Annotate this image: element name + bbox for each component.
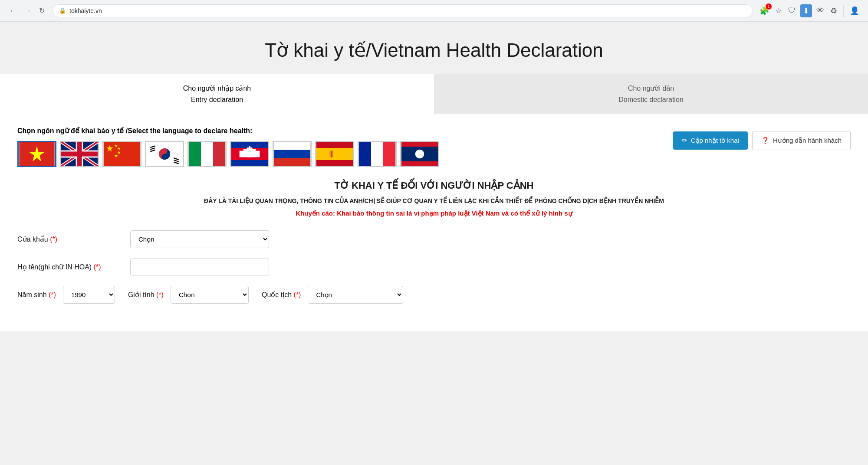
gender-input-wrap: Chọn — [171, 286, 249, 304]
birth-year-select[interactable]: 1990 — [63, 286, 115, 304]
nationality-input-wrap: Chọn — [308, 286, 403, 304]
svg-point-19 — [161, 148, 167, 154]
tab-entry-line2: Entry declaration — [4, 94, 430, 105]
full-name-label: Họ tên(ghi chữ IN HOA) (*) — [17, 263, 122, 271]
form-title: TỜ KHAI Y TẾ ĐỐI VỚI NGƯỜI NHẬP CẢNH — [17, 180, 851, 191]
lang-label: Chọn ngôn ngữ để khai báo y tế /Select t… — [17, 127, 439, 135]
flag-ru[interactable] — [273, 141, 312, 167]
form-header: TỜ KHAI Y TẾ ĐỐI VỚI NGƯỜI NHẬP CẢNH ĐÂY… — [17, 180, 851, 217]
flag-vn[interactable] — [17, 141, 56, 167]
extensions-icon[interactable]: 🧩 1 — [758, 4, 771, 17]
flag-fr[interactable] — [358, 141, 397, 167]
flag-it[interactable] — [187, 141, 227, 167]
border-gate-required: (*) — [50, 236, 57, 243]
svg-rect-36 — [256, 151, 260, 157]
download-icon[interactable]: ⬇ — [800, 4, 812, 17]
recycle-icon[interactable]: ♻ — [829, 4, 839, 17]
url-text: tokhaiyte.vn — [69, 7, 102, 14]
tab-domestic-line1: Cho người dân — [438, 83, 864, 94]
border-gate-input-wrap: Chọn — [130, 230, 269, 248]
svg-rect-37 — [274, 142, 310, 150]
lock-icon: 🔒 — [59, 7, 66, 14]
nationality-required: (*) — [294, 291, 301, 298]
browser-chrome: ← → ↻ 🔒 tokhaiyte.vn 🧩 1 ☆ 🛡 ⬇ 👁 ♻ 👤 — [0, 0, 868, 22]
eye-icon[interactable]: 👁 — [815, 4, 826, 17]
svg-rect-43 — [329, 151, 331, 157]
guide-label: Hướng dẫn hành khách — [773, 137, 842, 144]
svg-rect-29 — [213, 142, 225, 166]
field-row-border-gate: Cửa khẩu (*) Chọn — [17, 230, 851, 248]
form-fields: Cửa khẩu (*) Chọn Họ tên(ghi chữ IN HOA)… — [17, 230, 851, 304]
svg-rect-10 — [61, 152, 98, 157]
update-icon: ✏ — [682, 137, 687, 144]
svg-rect-34 — [249, 146, 250, 157]
action-buttons: ✏ Cập nhật tờ khai ❓ Hướng dẫn hành khác… — [673, 127, 851, 150]
svg-rect-45 — [371, 142, 383, 166]
gender-required: (*) — [156, 291, 164, 298]
birth-year-label: Năm sinh (*) — [17, 291, 56, 299]
svg-rect-39 — [274, 158, 310, 167]
tab-domestic[interactable]: Cho người dân Domestic declaration — [434, 74, 868, 114]
border-gate-label: Cửa khẩu (*) — [17, 235, 122, 243]
svg-point-20 — [161, 154, 167, 160]
flag-uk[interactable] — [60, 141, 99, 167]
border-gate-select[interactable]: Chọn — [130, 230, 269, 248]
guide-icon: ❓ — [761, 137, 769, 144]
birth-year-required: (*) — [49, 291, 56, 298]
reload-button[interactable]: ↻ — [36, 5, 47, 16]
svg-rect-27 — [189, 142, 201, 166]
flag-cn[interactable] — [102, 141, 141, 167]
svg-rect-44 — [359, 142, 371, 166]
full-name-required: (*) — [94, 263, 101, 271]
svg-rect-41 — [316, 148, 353, 160]
svg-rect-11 — [104, 142, 140, 166]
page-title: Tờ khai y tế/Vietnam Health Declaration — [9, 39, 859, 61]
tab-entry-line1: Cho người nhập cảnh — [4, 83, 430, 94]
field-row-full-name: Họ tên(ghi chữ IN HOA) (*) — [17, 259, 851, 275]
flag-kr[interactable] — [145, 141, 184, 167]
flag-kh[interactable] — [230, 141, 269, 167]
back-button[interactable]: ← — [7, 5, 19, 16]
extensions-badge: 1 — [766, 3, 772, 10]
gender-group: Giới tính (*) Chọn — [128, 286, 249, 304]
svg-rect-38 — [274, 150, 310, 158]
profile-icon[interactable]: 👤 — [848, 4, 861, 17]
gender-label: Giới tính (*) — [128, 291, 164, 299]
update-button[interactable]: ✏ Cập nhật tờ khai — [673, 131, 748, 150]
birth-year-group: Năm sinh (*) 1990 — [17, 286, 115, 304]
field-row-birth-gender-nationality: Năm sinh (*) 1990 Giới tính (*) — [17, 286, 851, 304]
tabs-row: Cho người nhập cảnh Entry declaration Ch… — [0, 74, 868, 114]
flag-la[interactable] — [400, 141, 439, 167]
gender-select[interactable]: Chọn — [171, 286, 249, 304]
update-label: Cập nhật tờ khai — [691, 137, 739, 144]
page-content: Tờ khai y tế/Vietnam Health Declaration … — [0, 22, 868, 465]
nationality-label: Quốc tịch (*) — [262, 291, 301, 299]
flag-es[interactable] — [315, 141, 354, 167]
svg-point-49 — [415, 150, 424, 159]
lang-section: Chọn ngôn ngữ để khai báo y tế /Select t… — [17, 127, 439, 167]
forward-button[interactable]: → — [22, 5, 34, 16]
address-bar[interactable]: 🔒 tokhaiyte.vn — [53, 4, 753, 17]
lang-row: Chọn ngôn ngữ để khai báo y tế /Select t… — [17, 127, 851, 167]
full-name-input-wrap — [130, 259, 269, 275]
birth-year-input-wrap: 1990 — [63, 286, 115, 304]
svg-rect-46 — [383, 142, 395, 166]
form-warning: Khuyến cáo: Khai báo thông tin sai là vi… — [17, 210, 851, 217]
nav-buttons: ← → ↻ — [7, 5, 47, 16]
toolbar-divider — [843, 5, 844, 17]
form-subtitle: ĐÂY LÀ TÀI LIỆU QUAN TRỌNG, THÔNG TIN CỦ… — [17, 197, 851, 204]
svg-rect-35 — [240, 151, 243, 157]
flags-row — [17, 141, 439, 167]
nationality-select[interactable]: Chọn — [308, 286, 403, 304]
bookmark-icon[interactable]: ☆ — [773, 4, 784, 17]
shield-icon[interactable]: 🛡 — [786, 4, 798, 17]
full-name-input[interactable] — [130, 259, 269, 275]
guide-button[interactable]: ❓ Hướng dẫn hành khách — [752, 131, 851, 150]
toolbar-icons: 🧩 1 ☆ 🛡 ⬇ 👁 ♻ 👤 — [758, 4, 861, 17]
nationality-group: Quốc tịch (*) Chọn — [262, 286, 403, 304]
main-area: Chọn ngôn ngữ để khai báo y tế /Select t… — [0, 114, 868, 331]
svg-rect-28 — [201, 142, 213, 166]
tab-entry[interactable]: Cho người nhập cảnh Entry declaration — [0, 74, 434, 114]
tab-domestic-line2: Domestic declaration — [438, 94, 864, 105]
page-title-area: Tờ khai y tế/Vietnam Health Declaration — [0, 22, 868, 74]
